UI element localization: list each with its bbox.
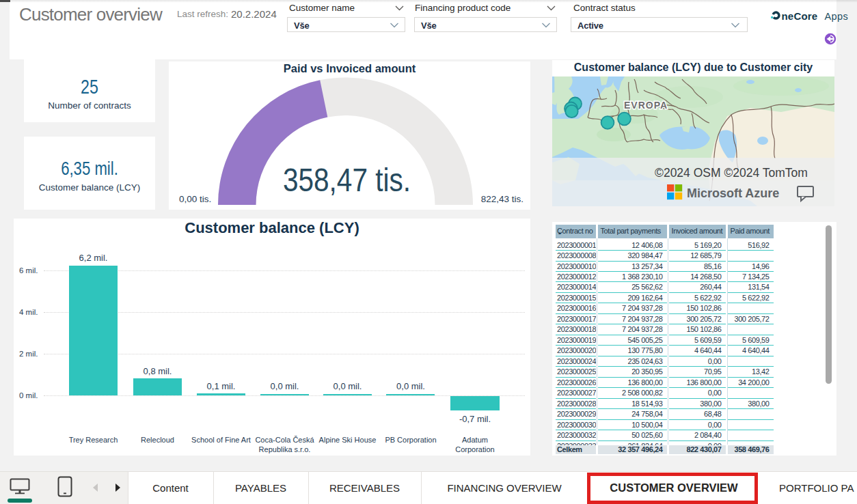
svg-text:Apps: Apps [825, 11, 849, 22]
svg-text:©2024 OSM ©2024 TomTom: ©2024 OSM ©2024 TomTom [655, 166, 808, 180]
svg-text:EVROPA: EVROPA [624, 100, 668, 111]
svg-text:Microsoft Azure: Microsoft Azure [687, 186, 779, 200]
svg-text:neCore: neCore [782, 11, 818, 22]
